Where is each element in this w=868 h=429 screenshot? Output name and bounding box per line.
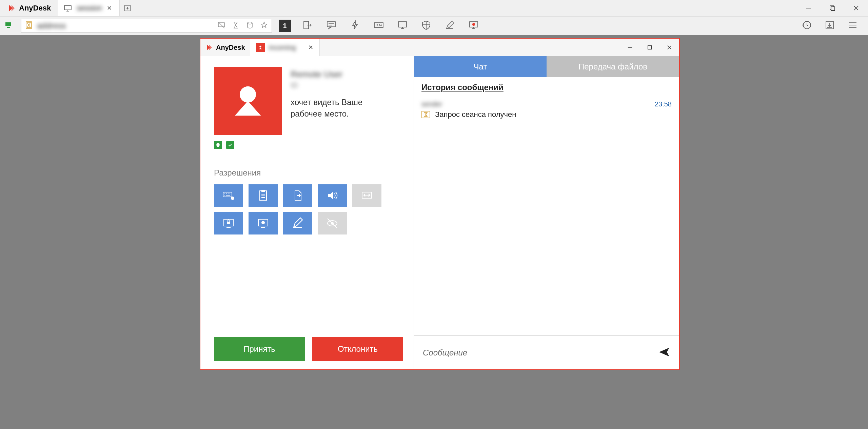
screen-off-icon[interactable] xyxy=(217,21,225,30)
menu-icon[interactable] xyxy=(848,20,858,32)
chat-message: sender 23:58 Запрос сеанса получен xyxy=(414,95,679,124)
svg-point-17 xyxy=(259,46,261,47)
history-icon[interactable] xyxy=(802,20,812,32)
svg-rect-18 xyxy=(648,46,652,49)
verified-badge-icon xyxy=(214,141,222,149)
tab-file-transfer[interactable]: Передача файлов xyxy=(547,56,679,77)
svg-rect-11 xyxy=(374,23,383,27)
tab-chat[interactable]: Чат xyxy=(414,56,547,77)
address-value: address xyxy=(37,21,66,30)
perm-tcp-tunnel[interactable] xyxy=(352,184,381,207)
anydesk-icon xyxy=(205,43,213,52)
main-window: AnyDesk session ✕ address xyxy=(0,0,868,429)
record-icon[interactable] xyxy=(469,20,479,32)
svg-rect-7 xyxy=(218,23,224,27)
main-tab[interactable]: session ✕ xyxy=(58,0,120,16)
svg-rect-10 xyxy=(327,22,335,27)
app-logo: AnyDesk xyxy=(0,3,58,13)
tab-close-button[interactable]: ✕ xyxy=(107,4,112,12)
cylinder-icon[interactable] xyxy=(246,21,254,30)
requester-id: ID xyxy=(291,81,362,90)
dialog-tab-close[interactable]: ✕ xyxy=(308,44,313,51)
send-button[interactable] xyxy=(658,346,670,360)
perm-privacy[interactable] xyxy=(318,212,347,234)
perm-lock[interactable] xyxy=(214,212,243,234)
plus-icon xyxy=(124,4,131,12)
remote-desktop-area[interactable]: AnyDesk incoming ✕ xyxy=(0,35,868,429)
svg-rect-3 xyxy=(831,7,835,11)
dialog-maximize-button[interactable] xyxy=(640,39,659,56)
chat-input-row: Сообщение xyxy=(414,335,679,369)
window-controls xyxy=(797,0,868,16)
message-time: 23:58 xyxy=(655,100,672,108)
perm-keyboard-mouse[interactable] xyxy=(214,184,243,207)
svg-rect-26 xyxy=(227,222,230,224)
perm-file-transfer[interactable] xyxy=(283,184,312,207)
tab-label: session xyxy=(77,4,102,13)
session-count-badge[interactable]: 1 xyxy=(279,20,291,32)
lightning-icon[interactable] xyxy=(350,20,360,32)
session-request-icon xyxy=(421,111,430,118)
star-icon[interactable] xyxy=(260,21,268,30)
perm-clipboard[interactable] xyxy=(249,184,278,207)
user-avatar xyxy=(214,67,282,135)
dialog-app-name: AnyDesk xyxy=(216,44,245,52)
maximize-button[interactable] xyxy=(821,0,844,16)
address-field[interactable]: address xyxy=(21,19,272,33)
app-name: AnyDesk xyxy=(19,4,51,13)
accept-button[interactable]: Принять xyxy=(214,337,305,361)
shield-icon[interactable] xyxy=(421,20,431,32)
svg-rect-5 xyxy=(5,22,11,26)
close-button[interactable] xyxy=(844,0,868,16)
svg-point-8 xyxy=(248,22,252,24)
new-tab-button[interactable] xyxy=(120,0,135,16)
dialog-tab[interactable]: incoming ✕ xyxy=(250,39,320,56)
incoming-request-dialog: AnyDesk incoming ✕ xyxy=(200,38,680,370)
requester-name: Remote User xyxy=(291,69,362,80)
permissions-grid xyxy=(214,184,404,234)
keyboard-icon[interactable] xyxy=(374,20,384,32)
exit-icon[interactable] xyxy=(302,20,313,32)
check-badge-icon xyxy=(226,141,234,149)
anydesk-icon xyxy=(7,3,16,13)
chat-history-title: История сообщений xyxy=(421,83,672,92)
minimize-button[interactable] xyxy=(797,0,821,16)
svg-point-28 xyxy=(261,221,265,224)
svg-point-21 xyxy=(231,197,234,200)
permissions-title: Разрешения xyxy=(214,168,406,178)
request-text: хочет видеть Ваше рабочее место. xyxy=(291,97,362,119)
dialog-tab-label: incoming xyxy=(269,44,296,52)
chat-input[interactable]: Сообщение xyxy=(423,348,651,358)
hourglass-small-icon[interactable] xyxy=(232,21,240,30)
dialog-window-controls xyxy=(620,39,679,56)
chat-icon[interactable] xyxy=(326,20,336,32)
download-icon[interactable] xyxy=(825,20,835,32)
svg-point-14 xyxy=(472,23,475,26)
svg-rect-23 xyxy=(261,190,265,192)
side-tabs: Чат Передача файлов xyxy=(414,56,679,77)
message-sender: sender xyxy=(421,100,442,108)
svg-rect-20 xyxy=(223,192,232,197)
dialog-titlebar: AnyDesk incoming ✕ xyxy=(200,39,679,56)
decline-button[interactable]: Отклонить xyxy=(312,337,403,361)
toolbar: address 1 xyxy=(0,17,868,35)
dialog-close-button[interactable] xyxy=(659,39,679,56)
dialog-logo: AnyDesk xyxy=(200,43,250,52)
pen-icon[interactable] xyxy=(445,20,455,32)
svg-rect-0 xyxy=(64,5,71,10)
message-text: Запрос сеанса получен xyxy=(435,110,516,119)
perm-record[interactable] xyxy=(249,212,278,234)
chat-pane: Чат Передача файлов История сообщений se… xyxy=(414,56,679,369)
monitor-icon xyxy=(64,4,72,12)
titlebar: AnyDesk session ✕ xyxy=(0,0,868,17)
perm-whiteboard[interactable] xyxy=(283,212,312,234)
dialog-minimize-button[interactable] xyxy=(620,39,640,56)
monitor-status-icon xyxy=(5,21,13,30)
hourglass-icon xyxy=(25,21,33,30)
svg-point-19 xyxy=(240,86,256,103)
user-tile-icon xyxy=(256,43,265,52)
svg-rect-12 xyxy=(398,22,407,27)
display-icon[interactable] xyxy=(397,20,408,32)
request-pane: Remote User ID хочет видеть Ваше рабочее… xyxy=(200,56,414,369)
perm-audio[interactable] xyxy=(318,184,347,207)
